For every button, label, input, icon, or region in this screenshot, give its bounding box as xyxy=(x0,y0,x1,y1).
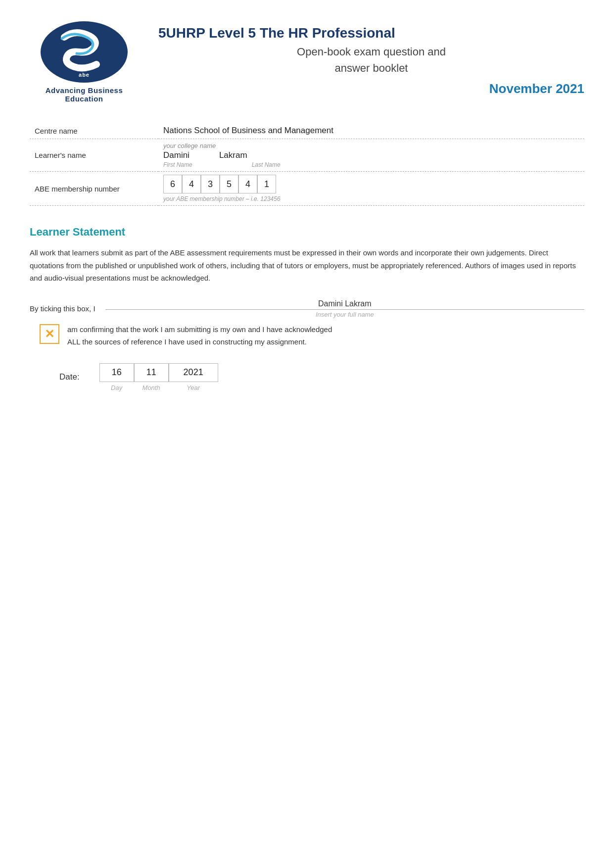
date-day-cell: 16 xyxy=(99,363,134,382)
year-hint: Year xyxy=(169,384,218,391)
centre-name-label: Centre name xyxy=(30,123,158,139)
checkbox-x-mark: ✕ xyxy=(45,328,54,340)
date-section: Date: 16 11 2021 Day Month Year xyxy=(30,363,584,391)
confirm-all-text: ALL the sources of reference I have used… xyxy=(67,336,584,348)
date-label: Date: xyxy=(59,372,80,382)
exam-subtitle: Open-book exam question and answer bookl… xyxy=(158,44,584,76)
learner-statement-title: Learner Statement xyxy=(30,226,584,239)
centre-name-value-area: Nations School of Business and Managemen… xyxy=(158,123,584,139)
membership-number-row: 643541 xyxy=(163,175,579,193)
svg-text:abe: abe xyxy=(79,72,90,78)
checkbox-confirm-row: ✕ am confirming that the work I am submi… xyxy=(30,323,584,348)
college-hint: your college name xyxy=(163,142,579,149)
signature-underline xyxy=(105,309,584,310)
confirm-text-area: am confirming that the work I am submitt… xyxy=(67,323,584,348)
membership-digit-1: 6 xyxy=(163,175,182,193)
by-ticking-label: By ticking this box, I xyxy=(30,304,95,313)
checkbox-icon[interactable]: ✕ xyxy=(40,324,59,344)
date-fields: 16 11 2021 Day Month Year xyxy=(99,363,218,391)
membership-label: ABE membership number xyxy=(30,172,158,206)
day-hint: Day xyxy=(99,384,134,391)
learner-name-value-area: your college name Damini Lakram First Na… xyxy=(158,139,584,172)
membership-digit-6: 1 xyxy=(257,175,276,193)
date-year-cell: 2021 xyxy=(169,363,218,382)
exam-title: 5UHRP Level 5 The HR Professional xyxy=(158,25,584,42)
last-name-hint: Last Name xyxy=(252,161,281,168)
info-form: Centre name Nations School of Business a… xyxy=(30,123,584,206)
full-name-value: Damini Lakram xyxy=(318,299,372,308)
month-hint: Month xyxy=(134,384,169,391)
exam-date: November 2021 xyxy=(158,81,584,96)
date-cells-row: 16 11 2021 xyxy=(99,363,218,382)
signature-line-container: Damini Lakram Insert your full name xyxy=(105,299,584,318)
first-name-hint: First Name xyxy=(163,161,192,168)
full-name-hint: Insert your full name xyxy=(316,311,374,318)
date-labels-row: Day Month Year xyxy=(99,384,218,391)
membership-digit-4: 5 xyxy=(220,175,238,193)
learner-name-label: Learner's name xyxy=(30,139,158,172)
centre-name-value: Nations School of Business and Managemen… xyxy=(163,126,579,136)
membership-digit-3: 3 xyxy=(201,175,220,193)
learner-statement-section: Learner Statement All work that learners… xyxy=(30,226,584,348)
name-hints: First Name Last Name xyxy=(163,161,579,168)
membership-value-area: 643541 your ABE membership number – i.e.… xyxy=(158,172,584,206)
membership-hint: your ABE membership number – i.e. 123456 xyxy=(163,195,579,202)
logo-area: abe Advancing Business Education xyxy=(30,20,139,103)
membership-digit-5: 4 xyxy=(238,175,257,193)
header-text-area: 5UHRP Level 5 The HR Professional Open-b… xyxy=(139,20,584,96)
page-header: abe Advancing Business Education 5UHRP L… xyxy=(30,20,584,103)
learner-name-values: Damini Lakram xyxy=(163,150,579,160)
membership-digit-2: 4 xyxy=(182,175,201,193)
learner-last-name: Lakram xyxy=(219,150,247,160)
learner-statement-body: All work that learners submit as part of… xyxy=(30,246,584,285)
logo-tagline: Advancing Business Education xyxy=(30,86,139,103)
confirm-main-text: am confirming that the work I am submitt… xyxy=(67,323,584,336)
date-month-cell: 11 xyxy=(134,363,169,382)
learner-first-name: Damini xyxy=(163,150,189,160)
signature-row: By ticking this box, I Damini Lakram Ins… xyxy=(30,299,584,318)
abe-logo: abe xyxy=(37,20,131,84)
